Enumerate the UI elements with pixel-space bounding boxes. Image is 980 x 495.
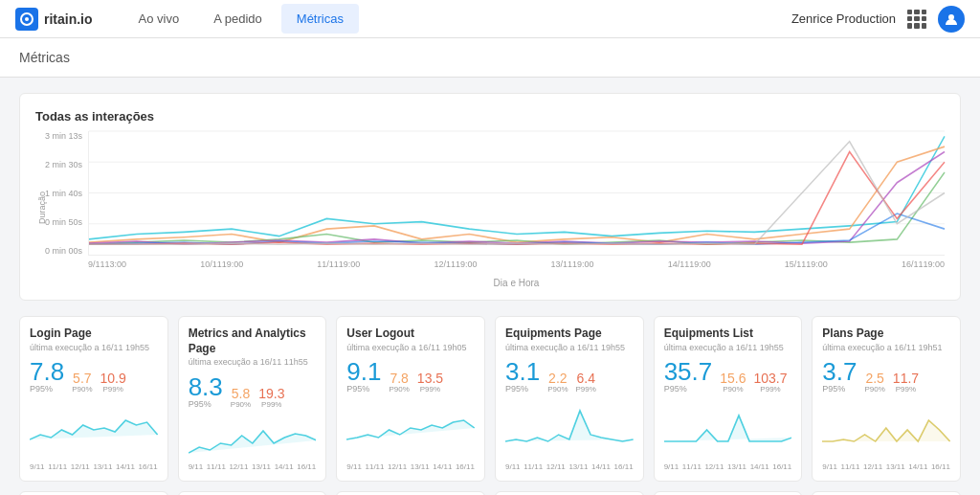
metric-p90: 5.7 P90% [72, 371, 92, 394]
metric-p99: 103.7 P99% [754, 371, 788, 394]
card-title: Equipments Page [505, 326, 634, 342]
card-metrics: 35.7 P95% 15.6 P90% 103.7 P99% [664, 359, 792, 394]
p90-value: 2.5 [865, 371, 883, 385]
card-title: Equipments List [664, 326, 792, 342]
p99-label: P99% [102, 385, 122, 394]
p90-label: P90% [864, 385, 884, 394]
p99-label: P99% [261, 400, 281, 409]
metric-p90: 2.2 P90% [547, 371, 568, 394]
mini-chart [30, 401, 158, 462]
x-label-7: 16/1119:00 [902, 259, 945, 269]
mini-chart [664, 401, 792, 462]
card-metrics-analytics: Metrics and Analytics Page última execuç… [178, 316, 327, 482]
p95-value: 3.1 [505, 359, 540, 384]
metric-p90: 5.8 P90% [231, 387, 251, 409]
metric-p95: 3.7 P95% [822, 359, 857, 394]
card-title: Metrics and Analytics Page [189, 326, 317, 356]
card-user-logout: User Logout última execução a 16/11 19h0… [336, 316, 485, 482]
svg-point-1 [25, 17, 29, 21]
mini-chart [189, 416, 317, 462]
p99-label: P99% [420, 385, 440, 394]
p99-label: P99% [760, 385, 780, 394]
card-subtitle: última execução a 16/11 19h55 [30, 343, 158, 354]
metric-p99: 11.7 P99% [893, 371, 919, 394]
mini-chart [822, 401, 950, 462]
metric-p95: 7.8 P95% [30, 359, 64, 394]
chart-svg [89, 131, 945, 255]
metric-p95: 8.3 P95% [189, 374, 223, 409]
y-label-4: 0 min 00s [35, 246, 88, 256]
chart-x-labels: 9/1111/1112/1113/1114/1116/11 [822, 462, 950, 471]
p95-label: P95% [822, 384, 857, 394]
logo-icon [15, 8, 38, 31]
card-metrics: 3.7 P95% 2.5 P90% 11.7 P99% [822, 359, 950, 394]
metric-p99: 19.3 P99% [258, 387, 284, 409]
metric-p99: 13.5 P99% [417, 371, 443, 394]
card-equipments-list: Equipments List última execução a 16/11 … [654, 316, 803, 482]
x-label-1: 10/1119:00 [200, 259, 243, 269]
p90-value: 5.7 [73, 371, 91, 385]
p90-label: P90% [547, 385, 568, 394]
chart-x-labels: 9/1111/1112/1113/1114/1116/11 [505, 462, 634, 471]
nav-metricas[interactable]: Métricas [281, 4, 359, 34]
card-subtitle: última execução a 16/11 11h55 [189, 357, 317, 369]
metric-p90: 15.6 P90% [720, 371, 746, 394]
logo: ritain.io [15, 8, 93, 31]
card-plans-page: Plans Page última execução a 16/11 19h51… [812, 316, 961, 482]
card-subtitle: última execução a 16/11 19h05 [346, 343, 475, 354]
header: ritain.io Ao vivo A pedido Métricas Zenr… [0, 0, 980, 38]
card-metrics: 9.1 P95% 7.8 P90% 13.5 P99% [346, 359, 475, 394]
chart-plot [88, 131, 945, 256]
main-content: Todas as interações 3 min 13s 2 min 30s … [0, 78, 980, 495]
header-right: Zenrice Production [791, 6, 965, 33]
x-label-2: 11/1119:00 [317, 259, 360, 269]
p90-label: P90% [723, 385, 743, 394]
y-axis-title: Duração [37, 191, 47, 224]
metric-p99: 6.4 P99% [576, 371, 596, 394]
p90-value: 7.8 [390, 371, 408, 385]
p95-label: P95% [505, 384, 540, 394]
page-title: Métricas [19, 50, 70, 65]
metric-p95: 9.1 P95% [346, 359, 381, 394]
cards-row2: Plans última execução a 16/11 19h11 8.5 … [19, 491, 961, 495]
p95-label: P95% [346, 384, 381, 394]
x-axis-title: Dia e Hora [88, 278, 945, 288]
p99-value: 6.4 [576, 371, 594, 385]
p99-value: 11.7 [893, 371, 919, 385]
p95-label: P95% [664, 384, 713, 394]
p90-label: P90% [72, 385, 92, 394]
mini-chart [505, 401, 634, 462]
card-title: User Logout [346, 326, 475, 342]
p99-value: 19.3 [258, 387, 284, 400]
nav-a-pedido[interactable]: A pedido [198, 4, 278, 34]
card-metrics: 8.3 P95% 5.8 P90% 19.3 P99% [189, 374, 317, 409]
card-market-offer: Market Offer última execução a 16/11 19h… [812, 491, 961, 495]
x-label-6: 15/1119:00 [785, 259, 828, 269]
card-market-offer-page: Market Offer Page última execução a 16/1… [336, 491, 485, 495]
y-label-1: 2 min 30s [35, 160, 88, 169]
chart-x-labels: 9/1111/1112/1113/1114/1116/11 [346, 462, 475, 471]
chart-x-labels: 9/1111/1112/1113/1114/1116/11 [664, 462, 792, 471]
nav-ao-vivo[interactable]: Ao vivo [123, 4, 195, 34]
apps-icon[interactable] [907, 10, 926, 29]
p95-label: P95% [30, 384, 64, 394]
logo-text: ritain.io [44, 11, 93, 27]
card-nplay-plans: Nplay Plans Page última execução a 16/11… [178, 491, 327, 495]
card-competitors: Competitors última execução a 16/11 19h5… [654, 491, 803, 495]
p99-value: 10.9 [100, 371, 126, 385]
p95-value: 7.8 [30, 359, 64, 384]
metric-p90: 7.8 P90% [389, 371, 409, 394]
p90-label: P90% [389, 385, 409, 394]
chart-container: 3 min 13s 2 min 30s 1 min 40s 0 min 50s … [35, 131, 945, 284]
card-login-page: Login Page última execução a 16/11 19h55… [19, 316, 168, 482]
metric-p95: 3.1 P95% [505, 359, 540, 394]
p90-label: P90% [231, 400, 251, 409]
org-name: Zenrice Production [791, 11, 896, 26]
chart-section: Todas as interações 3 min 13s 2 min 30s … [19, 93, 961, 301]
user-avatar[interactable] [938, 6, 965, 33]
card-plans: Plans última execução a 16/11 19h11 8.5 … [19, 491, 168, 495]
p99-value: 103.7 [754, 371, 788, 385]
x-label-4: 13/1119:00 [551, 259, 594, 269]
chart-title: Todas as interações [35, 109, 945, 124]
page-header: Métricas [0, 38, 980, 78]
